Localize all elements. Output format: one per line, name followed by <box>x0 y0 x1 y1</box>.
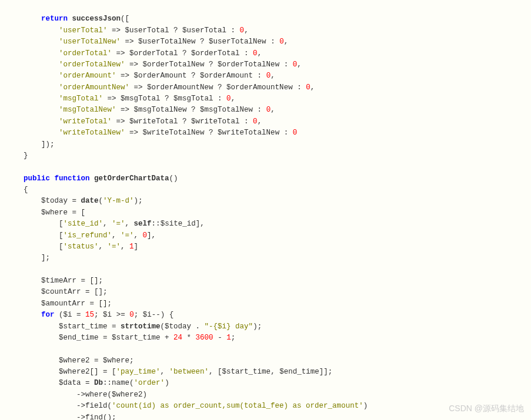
code-line: $where = [ <box>6 209 85 217</box>
code-line: $amountArr = []; <box>6 300 112 308</box>
code-line <box>6 345 11 353</box>
code-line: $today = date('Y-m-d'); <box>6 197 143 205</box>
code-editor: return successJson([ 'userTotal' => $use… <box>0 0 531 420</box>
code-line: $where2 = $where; <box>6 357 134 365</box>
code-line: ]; <box>6 254 50 262</box>
code-line: 'orderAmountNew' => $orderAmountNew ? $o… <box>6 83 315 92</box>
code-line: return successJson([ <box>6 15 129 23</box>
code-line: 'orderTotal' => $orderTotal ? $orderTota… <box>6 49 262 58</box>
code-line: 'msgTotalNew' => $msgTotalNew ? $msgTota… <box>6 106 275 114</box>
code-line <box>6 163 11 171</box>
code-line: public function getOrderChartData() <box>6 174 178 183</box>
code-line: $where2[] = ['pay_time', 'between', [$st… <box>6 368 332 376</box>
code-line: 'userTotal' => $userTotal ? $userTotal :… <box>6 26 249 35</box>
code-line: $end_time = $start_time + 24 * 3600 - 1; <box>6 334 235 342</box>
code-line: ->field('count(id) as order_count,sum(to… <box>6 402 368 410</box>
code-line: 'orderAmount' => $orderAmount ? $orderAm… <box>6 72 275 80</box>
code-line: 'writeTotal' => $writeTotal ? $writeTota… <box>6 117 262 126</box>
code-line: ['status', '=', 1] <box>6 243 138 251</box>
code-line: $timeArr = []; <box>6 277 103 285</box>
watermark-text: CSDN @源码集结地 <box>449 402 524 415</box>
code-line: 'orderTotalNew' => $orderTotalNew ? $ord… <box>6 61 302 69</box>
code-line: 'userTotalNew' => $userTotalNew ? $userT… <box>6 38 288 46</box>
code-line <box>6 266 11 274</box>
code-line: { <box>6 186 28 194</box>
code-line: for ($i = 15; $i >= 0; $i--) { <box>6 311 173 319</box>
code-line: $start_time = strtotime($today . "-{$i} … <box>6 322 262 331</box>
code-line: $data = Db::name('order') <box>6 379 169 387</box>
code-line: ['is_refund', '=', 0], <box>6 231 156 240</box>
code-line: } <box>6 152 28 160</box>
code-line: ]); <box>6 140 55 149</box>
code-line: $countArr = []; <box>6 288 108 296</box>
code-line: 'msgTotal' => $msgTotal ? $msgTotal : 0, <box>6 95 235 103</box>
code-line: ['site_id', '=', self::$site_id], <box>6 220 205 228</box>
code-line: ->where($where2) <box>6 391 147 399</box>
code-line: ->find(); <box>6 414 116 421</box>
code-line: 'writeTotalNew' => $writeTotalNew ? $wri… <box>6 129 297 137</box>
